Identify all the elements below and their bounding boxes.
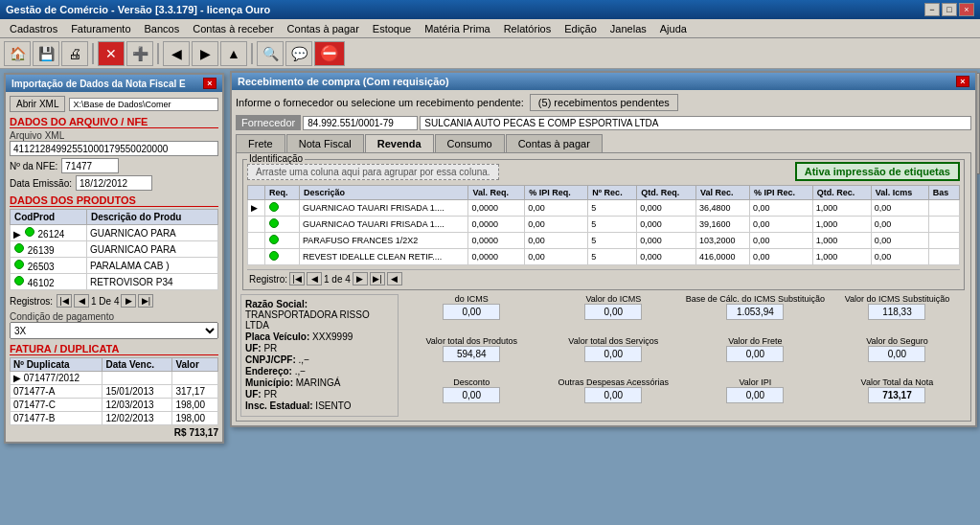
nav-first[interactable]: |◀ [57, 294, 72, 308]
nfe-input[interactable] [61, 158, 119, 173]
toolbar-btn-6[interactable]: ◀ [163, 41, 190, 66]
col-req [248, 186, 265, 200]
data-input[interactable] [76, 175, 152, 191]
row-nrec: 5 [588, 200, 637, 217]
menu-faturamento[interactable]: Faturamento [65, 21, 136, 36]
menu-materia-prima[interactable]: Matéria Prima [419, 21, 495, 36]
revenda-table-container[interactable]: Req. Descrição Val. Req. % IPI Req. Nº R… [247, 185, 960, 265]
toolbar-btn-2[interactable]: 💾 [33, 41, 59, 66]
tab-bar: Frete Nota Fiscal Revenda Consumo Contas… [236, 134, 971, 152]
valor-icms-value: 0,00 [584, 304, 642, 320]
home-icon: 🏠 [10, 46, 26, 61]
bottom-info-section: Razão Social: TRANSPORTADORA RISSO LTDA … [240, 294, 967, 417]
table-row[interactable]: ▶ 071477/2012 [11, 372, 218, 385]
toolbar-btn-3[interactable]: 🖨 [61, 41, 88, 66]
rec-nav-last[interactable]: ▶| [370, 272, 385, 285]
minimize-button[interactable]: − [924, 3, 940, 16]
menu-contas-pagar[interactable]: Contas à pagar [282, 21, 365, 36]
col-valor: Valor [172, 358, 218, 372]
table-row[interactable]: GUARNICAO TAUARI FRISADA 1.... 0,0000 0,… [248, 217, 960, 233]
menu-janelas[interactable]: Janelas [604, 21, 652, 36]
close-button[interactable]: × [959, 3, 974, 16]
table-row[interactable]: REVEST IDEALLE CLEAN RETIF.... 0,0000 0,… [248, 249, 960, 265]
rec-nav-prev[interactable]: ◀ [307, 272, 322, 285]
valor-seguro-label: Valor do Seguro [866, 336, 927, 346]
condicao-select[interactable]: 3X [10, 322, 218, 339]
toolbar-btn-10[interactable]: 💬 [285, 41, 312, 66]
toolbar-btn-1[interactable]: 🏠 [4, 41, 31, 66]
tab-frete[interactable]: Frete [236, 134, 285, 152]
fornecedor-name[interactable] [420, 116, 971, 130]
row-arrow [248, 233, 265, 249]
table-row[interactable]: PARAFUSO FRANCES 1/2X2 0,0000 0,00 5 0,0… [248, 233, 960, 249]
nav-prev[interactable]: ◀ [74, 294, 89, 308]
add-icon: ➕ [132, 46, 148, 61]
toolbar-btn-9[interactable]: 🔍 [257, 41, 284, 66]
toolbar-btn-7[interactable]: ▶ [192, 41, 218, 66]
recebimento-close[interactable]: × [956, 76, 969, 87]
placa-value: XXX9999 [312, 331, 353, 342]
row-dot [265, 233, 300, 249]
menu-contas-receber[interactable]: Contas à receber [187, 21, 279, 36]
col-venc: Data Venc. [103, 358, 172, 372]
endereco-label: Endereço: [245, 366, 292, 377]
total-nota-label: Valor Total da Nota [861, 377, 934, 387]
fatura-table: Nº Duplicata Data Venc. Valor ▶ 071477/2… [10, 357, 218, 425]
toolbar-btn-4[interactable]: ✕ [98, 41, 125, 66]
tab-contas-pagar[interactable]: Contas à pagar [506, 134, 603, 152]
table-row[interactable]: 071477-A 15/01/2013 317,17 [11, 385, 218, 399]
table-row[interactable]: ▶ 26124 GUARNICAO PARA [11, 225, 218, 241]
table-row[interactable]: 071477-B 12/02/2013 198,00 [11, 412, 218, 425]
row-icms: 0,00 [871, 200, 928, 217]
outras-cell: Outras Despesas Acessórias 0,00 [544, 377, 683, 417]
toolbar-btn-5[interactable]: ➕ [126, 41, 153, 66]
rec-nav-next[interactable]: ▶ [353, 272, 368, 285]
cell-num: 071477-B [11, 412, 103, 425]
valor-prod-value: 594,84 [443, 346, 500, 362]
rec-nav-first[interactable]: |◀ [289, 272, 305, 285]
table-row[interactable]: 26503 PARALAMA CAB ) [11, 258, 218, 274]
fornecedor-code[interactable] [303, 116, 418, 130]
menu-ajuda[interactable]: Ajuda [654, 21, 693, 36]
arquivo-xml-input[interactable] [10, 141, 218, 156]
nav-last[interactable]: ▶| [138, 294, 153, 308]
nav-next[interactable]: ▶ [121, 294, 136, 308]
row-arrow [248, 217, 265, 233]
valor-prod-label: Valor total dos Produtos [426, 336, 517, 346]
desconto-cell: Desconto 0,00 [402, 377, 541, 417]
table-row[interactable]: 071477-C 12/03/2013 198,00 [11, 399, 218, 412]
pendentes-btn[interactable]: (5) recebimentos pendentes [530, 94, 678, 111]
menu-bancos[interactable]: Bancos [139, 21, 186, 36]
row-icms: 0,00 [871, 217, 928, 233]
cell-num: ▶ 071477/2012 [11, 372, 103, 385]
row-val-rec: 36,4800 [695, 200, 749, 217]
toolbar-btn-close[interactable]: ⛔ [314, 41, 345, 66]
valor-frete-value: 0,00 [726, 346, 784, 362]
table-row[interactable]: ▶ GUARNICAO TAUARI FRISADA 1.... 0,0000 … [248, 200, 960, 217]
toolbar-btn-8[interactable]: ▲ [220, 41, 247, 66]
menu-cadastros[interactable]: Cadastros [4, 21, 63, 36]
table-row[interactable]: 26139 GUARNICAO PARA [11, 241, 218, 258]
arquivo-xml-label: Arquivo XML [10, 130, 218, 141]
valor-serv-label: Valor total dos Serviços [568, 336, 658, 346]
tab-consumo[interactable]: Consumo [435, 134, 505, 152]
group-hint: Arraste uma coluna aqui para agrupar por… [247, 164, 499, 180]
tab-nota-fiscal[interactable]: Nota Fiscal [286, 134, 364, 152]
tab-revenda[interactable]: Revenda [365, 134, 434, 152]
etiqueta-btn[interactable]: Ativa impressão de etiquetas [795, 162, 960, 181]
row-ipi-rec: 0,00 [750, 200, 813, 217]
maximize-button[interactable]: □ [942, 3, 957, 16]
import-dialog-close[interactable]: × [203, 78, 217, 89]
abrir-xml-btn[interactable]: Abrir XML [10, 96, 65, 112]
menu-edicao[interactable]: Edição [558, 21, 603, 36]
col-icms: Val. Icms [871, 186, 928, 200]
identification-label: Identificação [247, 153, 305, 164]
table-row[interactable]: 46102 RETROVISOR P34 [11, 274, 218, 290]
row-icms: 0,00 [871, 233, 928, 249]
row-qtd-req: 0,000 [637, 233, 696, 249]
rec-nav-extra[interactable]: ◀ [387, 272, 402, 285]
menu-relatorios[interactable]: Relatórios [498, 21, 558, 36]
cell-desc: GUARNICAO PARA [86, 225, 217, 241]
endereco-value: .,− [295, 366, 306, 377]
menu-estoque[interactable]: Estoque [367, 21, 417, 36]
